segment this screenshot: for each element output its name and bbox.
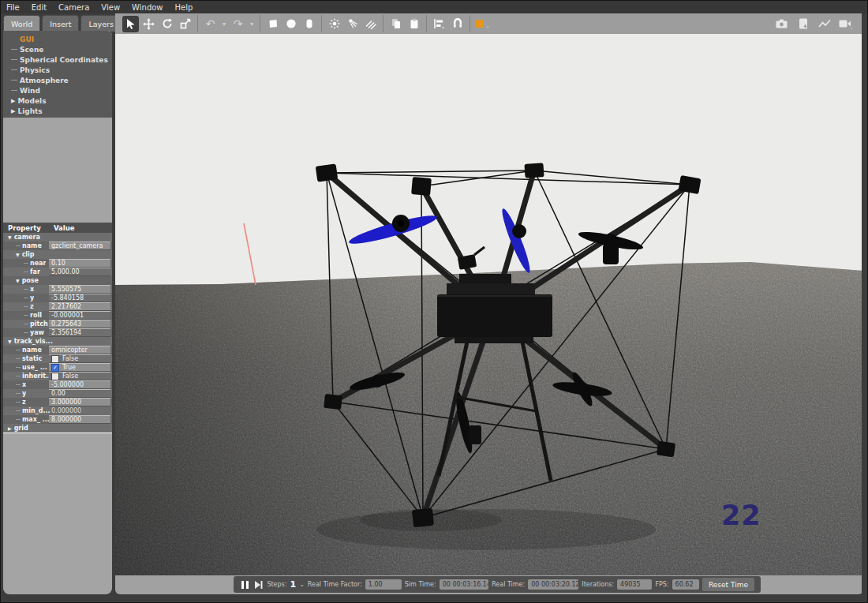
collapse-icon[interactable]: ▼	[8, 339, 12, 344]
property-value[interactable]: 0.000000	[49, 406, 110, 415]
snap-button[interactable]	[449, 16, 466, 32]
property-value[interactable]: 0.00	[49, 389, 110, 398]
property-value[interactable]: 0.10	[49, 259, 110, 268]
property-row-name[interactable]: namegzclient_camera	[3, 242, 112, 250]
checkbox-checked-icon[interactable]: ✓	[51, 364, 59, 372]
checkbox-unchecked-icon[interactable]	[51, 373, 59, 380]
property-group-clip[interactable]: ▼clip	[3, 250, 112, 259]
view-angle-button[interactable]: ⌄	[474, 16, 491, 32]
steps-value[interactable]: 1	[290, 579, 296, 590]
copy-button[interactable]	[387, 16, 404, 32]
property-value[interactable]: gzclient_camera	[49, 242, 110, 250]
property-row-min_d[interactable]: min_d...0.000000	[3, 406, 112, 415]
menu-item-file[interactable]: File	[6, 3, 20, 12]
tree-item-atmosphere[interactable]: Atmosphere	[3, 75, 112, 85]
undo-button[interactable]: ↶	[202, 16, 219, 32]
sphere-button[interactable]	[282, 16, 299, 32]
property-value[interactable]: False	[49, 372, 110, 380]
property-column-header: Property	[3, 224, 54, 232]
property-group-camera[interactable]: ▼camera	[3, 233, 112, 242]
tree-item-models[interactable]: ▶Models	[3, 96, 112, 106]
point-light-button[interactable]	[326, 16, 342, 32]
property-row-z[interactable]: z2.217602	[3, 302, 112, 311]
property-value[interactable]: ✓True	[49, 363, 110, 372]
steps-chevron-icon[interactable]: ⌄	[299, 581, 305, 588]
property-row-roll[interactable]: roll-0.000001	[3, 311, 112, 320]
property-row-pitch[interactable]: pitch0.275643	[3, 320, 112, 328]
tab-world[interactable]: World	[3, 15, 40, 32]
viewport-3d[interactable]: 22	[115, 34, 863, 575]
property-value[interactable]: 2.356194	[49, 328, 110, 337]
pause-button[interactable]	[240, 579, 250, 591]
collapse-icon[interactable]: ▼	[16, 252, 20, 257]
checkbox-unchecked-icon[interactable]	[51, 355, 59, 363]
property-value[interactable]: 5.550575	[49, 285, 110, 294]
cylinder-button[interactable]	[301, 16, 317, 32]
property-row-near[interactable]: near0.10	[3, 259, 112, 268]
plot-button[interactable]	[816, 16, 832, 32]
step-button[interactable]	[253, 579, 264, 591]
property-row-x[interactable]: x-5.000000	[3, 380, 112, 389]
directional-light-button[interactable]	[362, 16, 379, 32]
paste-button[interactable]	[406, 16, 422, 32]
align-button[interactable]: ▾	[431, 16, 447, 32]
translate-button[interactable]	[140, 16, 157, 32]
steps-label: Steps:	[267, 581, 286, 588]
property-value[interactable]: 0.275643	[49, 320, 110, 328]
property-value[interactable]: -0.000001	[49, 311, 110, 320]
expand-arrow-icon[interactable]: ▶	[11, 98, 15, 104]
scale-button[interactable]	[177, 16, 193, 32]
redo-button[interactable]: ↷	[230, 16, 246, 32]
video-record-button[interactable]: ⌄	[837, 16, 854, 32]
rotate-button[interactable]	[159, 16, 175, 32]
tree-item-lights[interactable]: ▶Lights	[3, 106, 112, 116]
tree-item-wind[interactable]: Wind	[3, 85, 112, 96]
property-group-track_vis[interactable]: ▼track_vis...	[3, 337, 112, 346]
tree-item-spherical-coordinates[interactable]: Spherical Coordinates	[3, 54, 112, 65]
property-row-y[interactable]: y-5.840158	[3, 294, 112, 302]
tab-insert[interactable]: Insert	[42, 15, 79, 32]
property-row-y[interactable]: y0.00	[3, 389, 112, 398]
property-row-use_[interactable]: use_ ...✓True	[3, 363, 112, 372]
property-group-grid[interactable]: ▶grid	[3, 424, 112, 433]
property-row-name[interactable]: nameomnicopter	[3, 346, 112, 354]
property-row-static[interactable]: staticFalse	[3, 354, 112, 363]
property-value[interactable]: 5,000.00	[49, 268, 110, 276]
property-group-pose[interactable]: ▼pose	[3, 276, 112, 285]
property-value[interactable]: 8.000000	[49, 415, 110, 424]
menu-item-help[interactable]: Help	[175, 3, 193, 12]
property-value[interactable]: -5.840158	[49, 294, 110, 302]
property-row-z[interactable]: z3.000000	[3, 398, 112, 406]
menu-item-edit[interactable]: Edit	[32, 3, 47, 12]
spot-light-button[interactable]	[344, 16, 361, 32]
property-value[interactable]: False	[49, 354, 110, 363]
property-value[interactable]: -5.000000	[49, 380, 110, 389]
property-value[interactable]: 2.217602	[49, 302, 110, 311]
screenshot-button[interactable]	[773, 16, 790, 32]
property-row-inherit[interactable]: inherit...False	[3, 372, 112, 380]
menu-item-view[interactable]: View	[101, 3, 120, 12]
tree-item-label: Lights	[17, 107, 42, 115]
reset-time-button[interactable]: Reset Time	[702, 578, 754, 591]
box-button[interactable]	[264, 16, 281, 32]
tree-item-gui[interactable]: GUI	[3, 34, 112, 44]
expand-arrow-icon[interactable]: ▶	[11, 108, 15, 114]
property-row-x[interactable]: x5.550575	[3, 285, 112, 294]
expand-icon[interactable]: ▶	[8, 425, 12, 431]
collapse-icon[interactable]: ▼	[16, 278, 20, 283]
property-row-max_[interactable]: max_ ...8.000000	[3, 415, 112, 424]
undo-history-button[interactable]: ▾	[220, 16, 228, 32]
redo-history-button[interactable]: ▾	[248, 16, 256, 32]
log-record-button[interactable]	[795, 16, 811, 32]
select-button[interactable]	[122, 16, 139, 32]
collapse-icon[interactable]: ▼	[8, 234, 12, 240]
screenshot-icon	[776, 19, 788, 28]
tree-item-scene[interactable]: Scene	[3, 44, 112, 54]
tree-item-physics[interactable]: Physics	[3, 65, 112, 75]
property-row-far[interactable]: far5,000.00	[3, 268, 112, 276]
property-value[interactable]: omnicopter	[49, 346, 110, 354]
menu-item-window[interactable]: Window	[132, 3, 163, 12]
property-value[interactable]: 3.000000	[49, 398, 110, 406]
menu-item-camera[interactable]: Camera	[58, 3, 89, 12]
property-row-yaw[interactable]: yaw2.356194	[3, 328, 112, 337]
